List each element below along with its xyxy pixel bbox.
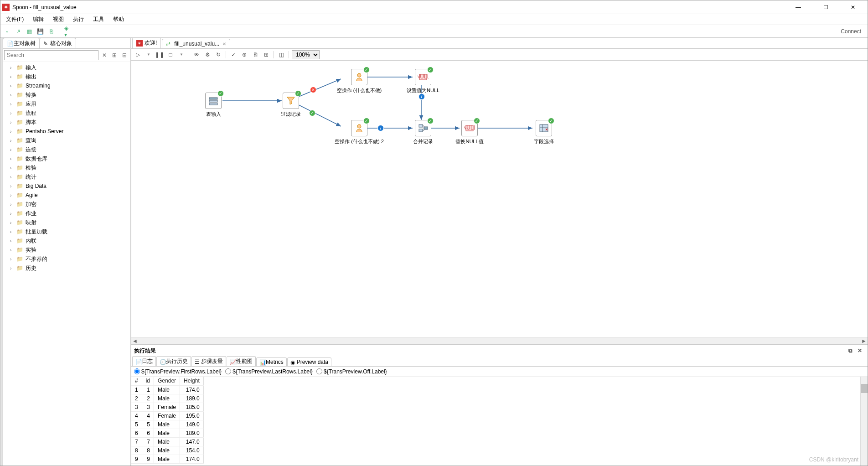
table-row[interactable]: 99Male174.0 bbox=[131, 455, 203, 463]
save-icon[interactable]: 💾 bbox=[36, 27, 44, 36]
node-dummy-2[interactable]: 空操作 (什么也不做) 2 bbox=[325, 120, 393, 145]
results-close-icon[interactable]: ✕ bbox=[858, 347, 865, 355]
sidebar-item[interactable]: ›映射 bbox=[3, 218, 130, 227]
node-table-input[interactable]: 表输入 bbox=[191, 93, 236, 118]
node-select-values[interactable]: 字段选择 bbox=[521, 120, 567, 145]
table-row[interactable]: 11Male174.0 bbox=[131, 385, 203, 394]
radio-last-rows[interactable]: ${TransPreview.LastRows.Label} bbox=[225, 368, 313, 375]
node-replace-null[interactable]: NULL 替换NULL值 bbox=[447, 120, 492, 145]
close-tab-icon[interactable]: ✕ bbox=[222, 41, 226, 47]
tab-step-metrics[interactable]: ☰步骤度量 bbox=[191, 356, 226, 366]
perspective-icon[interactable]: ◈ ▾ bbox=[64, 27, 72, 36]
sidebar-item[interactable]: ›应用 bbox=[3, 99, 130, 109]
node-dummy-1[interactable]: 空操作 (什么也不做) bbox=[327, 69, 391, 94]
search-input[interactable] bbox=[4, 50, 98, 60]
tab-transformation[interactable]: ⇄ fill_unusual_valu... ✕ bbox=[162, 39, 230, 48]
run-dropdown-icon[interactable]: ▼ bbox=[144, 50, 153, 59]
connect-button[interactable]: Connect bbox=[837, 27, 865, 36]
sidebar-item[interactable]: ›转换 bbox=[3, 90, 130, 99]
sidebar-item[interactable]: ›Pentaho Server bbox=[3, 127, 130, 136]
preview-icon[interactable]: 👁 bbox=[192, 50, 201, 59]
folder-icon bbox=[16, 247, 24, 253]
transformation-canvas[interactable]: 表输入 过滤记录 空操作 (什么也不做) NULL 设置值为NULL 空操作 (… bbox=[131, 61, 868, 337]
stop-dropdown-icon[interactable]: ▼ bbox=[177, 50, 186, 59]
detach-icon[interactable]: ⧉ bbox=[848, 347, 856, 355]
sidebar-item[interactable]: ›统计 bbox=[3, 172, 130, 181]
preview-data-table[interactable]: #idGenderHeight 11Male174.022Male189.033… bbox=[131, 377, 204, 464]
maximize-button[interactable]: ☐ bbox=[816, 2, 835, 13]
sidebar-item[interactable]: ›Big Data bbox=[3, 181, 130, 191]
sidebar-item[interactable]: ›加密 bbox=[3, 200, 130, 209]
menu-run[interactable]: 执行 bbox=[70, 15, 87, 24]
sidebar-item[interactable]: ›输入 bbox=[3, 63, 130, 72]
table-header[interactable]: id bbox=[142, 377, 154, 385]
menu-edit[interactable]: 编辑 bbox=[30, 15, 46, 24]
radio-first-rows[interactable]: ${TransPreview.FirstRows.Label} bbox=[134, 368, 222, 375]
sidebar-item[interactable]: ›检验 bbox=[3, 163, 130, 172]
table-row[interactable]: 77Male147.0 bbox=[131, 437, 203, 446]
table-header[interactable]: Height bbox=[180, 377, 204, 385]
expand-all-icon[interactable]: ⊞ bbox=[110, 51, 119, 59]
clear-search-icon[interactable]: ✕ bbox=[100, 51, 108, 59]
pause-icon[interactable]: ❚❚ bbox=[155, 50, 164, 59]
close-button[interactable]: ✕ bbox=[844, 2, 862, 13]
minimize-button[interactable]: — bbox=[789, 2, 807, 13]
table-row[interactable]: 44Female195.0 bbox=[131, 411, 203, 420]
tab-welcome[interactable]: ✶ 欢迎! bbox=[132, 37, 161, 48]
radio-off[interactable]: ${TransPreview.Off.Label} bbox=[316, 368, 387, 375]
replay-icon[interactable]: ↻ bbox=[214, 50, 223, 59]
run-icon[interactable]: ▷ bbox=[133, 50, 142, 59]
sidebar-item[interactable]: ›作业 bbox=[3, 209, 130, 218]
sidebar-tab-core-objects[interactable]: ✎ 核心对象 bbox=[39, 38, 76, 48]
explore-icon[interactable]: ▦ bbox=[25, 27, 33, 36]
sidebar-tree[interactable]: ›输入›输出›Streaming›转换›应用›流程›脚本›Pentaho Ser… bbox=[3, 62, 130, 466]
results-v-scrollbar[interactable] bbox=[860, 377, 868, 466]
sidebar-item[interactable]: ›数据仓库 bbox=[3, 154, 130, 163]
sidebar-tab-main-tree[interactable]: 📄 主对象树 bbox=[3, 38, 40, 48]
table-row[interactable]: 22Male189.0 bbox=[131, 394, 203, 403]
sidebar-item[interactable]: ›Agile bbox=[3, 191, 130, 200]
zoom-select[interactable]: 100% bbox=[292, 50, 320, 59]
sidebar-item[interactable]: ›内联 bbox=[3, 236, 130, 245]
sidebar-item[interactable]: ›输出 bbox=[3, 72, 130, 81]
table-row[interactable]: 66Male189.0 bbox=[131, 429, 203, 437]
sidebar-item[interactable]: ›查询 bbox=[3, 136, 130, 145]
debug-icon[interactable]: ⚙ bbox=[203, 50, 212, 59]
sidebar-item[interactable]: ›实验 bbox=[3, 245, 130, 254]
new-file-icon[interactable]: ▫ bbox=[3, 27, 11, 36]
sidebar-item[interactable]: ›连接 bbox=[3, 145, 130, 154]
node-set-null[interactable]: NULL 设置值为NULL bbox=[400, 69, 446, 94]
tab-log[interactable]: 📄日志 bbox=[132, 356, 156, 366]
sidebar-item[interactable]: ›流程 bbox=[3, 109, 130, 118]
menu-file[interactable]: 文件(F) bbox=[3, 15, 26, 24]
show-results-icon[interactable]: ◫ bbox=[277, 50, 286, 59]
table-header[interactable]: # bbox=[131, 377, 142, 385]
table-header[interactable]: Gender bbox=[154, 377, 180, 385]
menu-view[interactable]: 视图 bbox=[50, 15, 67, 24]
tab-history[interactable]: 🕘执行历史 bbox=[156, 356, 191, 366]
stop-icon[interactable]: □ bbox=[166, 50, 175, 59]
sidebar-item[interactable]: ›历史 bbox=[3, 264, 130, 273]
explore-db-icon[interactable]: ⊞ bbox=[262, 50, 271, 59]
menu-help[interactable]: 帮助 bbox=[110, 15, 127, 24]
node-filter-rows[interactable]: 过滤记录 bbox=[268, 93, 314, 118]
table-row[interactable]: 55Male149.0 bbox=[131, 420, 203, 429]
verify-icon[interactable]: ✓ bbox=[229, 50, 238, 59]
save-as-icon[interactable]: ⎘ bbox=[47, 27, 55, 36]
sidebar-item[interactable]: ›不推荐的 bbox=[3, 254, 130, 264]
sql-icon[interactable]: ⎘ bbox=[251, 50, 260, 59]
sidebar-item[interactable]: ›脚本 bbox=[3, 118, 130, 127]
impact-icon[interactable]: ⊕ bbox=[240, 50, 249, 59]
tab-preview-data[interactable]: ◉Preview data bbox=[287, 357, 331, 366]
table-row[interactable]: 88Male154.0 bbox=[131, 446, 203, 455]
node-merge-rows[interactable]: 合并记录 bbox=[400, 120, 446, 145]
menu-tools[interactable]: 工具 bbox=[90, 15, 107, 24]
open-icon[interactable]: ⭷ bbox=[14, 27, 22, 36]
collapse-all-icon[interactable]: ⊟ bbox=[120, 51, 129, 59]
tab-perf-graph[interactable]: 📈性能图 bbox=[227, 356, 256, 366]
canvas-h-scrollbar[interactable]: ◄► bbox=[131, 337, 868, 344]
tab-metrics[interactable]: 📊Metrics bbox=[256, 357, 287, 366]
sidebar-item[interactable]: ›批量加载 bbox=[3, 227, 130, 236]
table-row[interactable]: 33Female185.0 bbox=[131, 403, 203, 411]
sidebar-item[interactable]: ›Streaming bbox=[3, 81, 130, 90]
